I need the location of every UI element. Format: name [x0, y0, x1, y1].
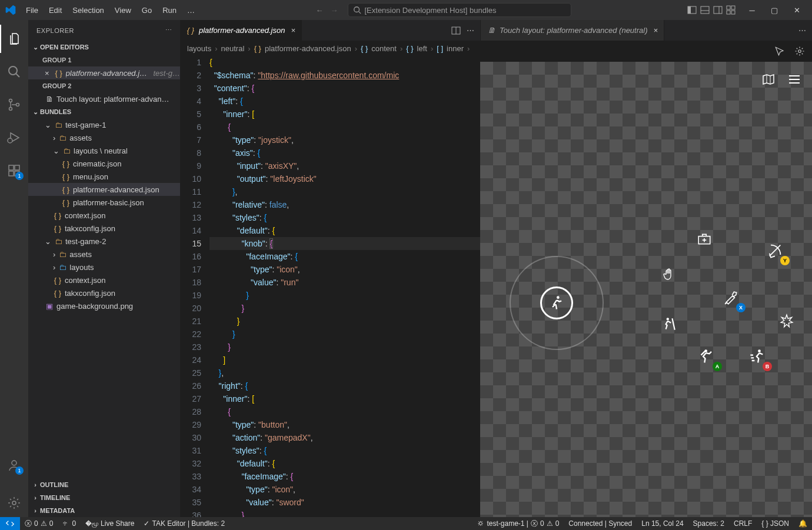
preview-canvas: Y X A B — [480, 62, 812, 517]
line-gutter: 1234567891011121314151617181920212223242… — [180, 56, 209, 517]
menu-run[interactable]: Run — [158, 4, 181, 17]
tab-preview[interactable]: 🗎 Touch layout: platformer-advanced (neu… — [481, 20, 664, 41]
status-connected[interactable]: Connected | Synced — [564, 519, 637, 529]
menu-selection[interactable]: Selection — [68, 4, 108, 17]
bundles-tree: ⌄🗀test-game-1 ›🗀assets ⌄🗀layouts \ neutr… — [28, 118, 180, 312]
open-editor-g1[interactable]: × { } platformer-advanced.json test-g… — [28, 66, 180, 79]
status-liveshare[interactable]: �மூLive Share — [81, 519, 139, 528]
code-content[interactable]: { "$schema": "https://raw.githubusercont… — [209, 56, 480, 517]
activity-scm[interactable] — [0, 91, 28, 119]
tree-file-plat-adv[interactable]: { }platformer-advanced.json — [28, 183, 180, 196]
touch-ability[interactable] — [774, 309, 799, 334]
activity-accounts[interactable]: 1 — [0, 451, 28, 479]
tree-file-cinematic[interactable]: { }cinematic.json — [28, 157, 180, 170]
touch-sword[interactable]: X — [718, 285, 743, 310]
activity-extensions[interactable]: 1 — [0, 156, 28, 185]
menu-file[interactable]: File — [21, 4, 43, 17]
section-timeline[interactable]: ›TIMELINE — [28, 491, 180, 504]
command-center[interactable]: [Extension Development Host] bundles — [348, 3, 571, 17]
menu-go[interactable]: Go — [137, 4, 157, 17]
tree-file-takx1[interactable]: { }takxconfig.json — [28, 222, 180, 235]
status-bell-icon[interactable]: 🔔 — [794, 519, 812, 529]
section-open-editors[interactable]: ⌄OPEN EDITORS — [28, 41, 180, 54]
json-icon: { } — [53, 224, 62, 233]
activity-explorer[interactable] — [0, 25, 28, 53]
toggle-sidebar-right-icon[interactable] — [713, 5, 723, 15]
settings-icon[interactable] — [794, 46, 805, 56]
svg-point-25 — [12, 501, 16, 505]
svg-rect-11 — [727, 11, 730, 14]
tree-file-bg[interactable]: ▣game-background.png — [28, 299, 180, 312]
nav-back-icon[interactable]: ← — [316, 6, 324, 15]
svg-point-38 — [758, 349, 761, 352]
activity-settings[interactable] — [0, 489, 28, 517]
toggle-panel-icon[interactable] — [700, 5, 710, 15]
status-lang[interactable]: { } JSON — [757, 519, 794, 529]
close-icon[interactable]: × — [291, 26, 295, 35]
tree-file-menu[interactable]: { }menu.json — [28, 170, 180, 183]
breadcrumb[interactable]: layouts› neutral› { }platformer-advanced… — [180, 41, 480, 56]
status-ports[interactable]: ᯤ0 — [58, 519, 81, 528]
sidebar-more-icon[interactable]: ⋯ — [165, 26, 172, 34]
split-editor-icon[interactable] — [451, 26, 461, 35]
hamburger-icon[interactable] — [787, 72, 801, 86]
activity-search[interactable] — [0, 58, 28, 86]
json-icon: { } — [61, 198, 71, 207]
code-editor[interactable]: layouts› neutral› { }platformer-advanced… — [180, 41, 480, 517]
close-icon[interactable]: × — [45, 69, 49, 78]
activity-debug[interactable] — [0, 124, 28, 152]
touch-dash[interactable]: B — [745, 344, 770, 369]
status-eol[interactable]: CRLF — [729, 519, 757, 529]
tab-json[interactable]: { } platformer-advanced.json × — [180, 20, 302, 41]
tab-more-icon[interactable]: ⋯ — [798, 26, 806, 35]
status-position[interactable]: Ln 15, Col 24 — [637, 519, 688, 529]
tree-folder-layouts[interactable]: ⌄🗀layouts \ neutral — [28, 144, 180, 157]
editor-area: { } platformer-advanced.json × ⋯ 🗎 Touch… — [180, 20, 812, 517]
joystick-knob[interactable] — [540, 286, 573, 319]
group-1-label: GROUP 1 — [28, 54, 180, 66]
liveshare-icon: �மூ — [85, 519, 98, 528]
status-game[interactable]: ⛭test-game-1 | ⓧ0 ⚠0 — [472, 519, 564, 529]
json-icon: { } — [186, 26, 195, 35]
tree-file-takx2[interactable]: { }takxconfig.json — [28, 286, 180, 299]
tree-folder-game1[interactable]: ⌄🗀test-game-1 — [28, 118, 180, 131]
menu-more[interactable]: … — [182, 4, 199, 17]
touch-hand[interactable] — [657, 262, 681, 286]
menu-view[interactable]: View — [110, 4, 136, 17]
inspect-icon[interactable] — [774, 46, 785, 56]
tree-file-plat-basic[interactable]: { }platformer-basic.json — [28, 196, 180, 209]
touch-bow[interactable]: Y — [763, 238, 787, 263]
tree-folder-assets[interactable]: ›🗀assets — [28, 131, 180, 144]
touch-climb[interactable] — [657, 312, 681, 336]
section-bundles[interactable]: ⌄BUNDLES — [28, 105, 180, 118]
tree-folder-assets2[interactable]: ›🗀assets — [28, 248, 180, 261]
nav-fwd-icon[interactable]: → — [331, 6, 338, 15]
customize-layout-icon[interactable] — [726, 5, 736, 15]
menu-edit[interactable]: Edit — [44, 4, 66, 17]
tree-file-context1[interactable]: { }context.json — [28, 209, 180, 222]
close-button[interactable]: ✕ — [786, 2, 807, 18]
group-2-label: GROUP 2 — [28, 79, 180, 92]
minimize-button[interactable]: ─ — [741, 2, 763, 18]
remote-indicator[interactable] — [0, 517, 20, 530]
status-problems[interactable]: ⓧ0 ⚠0 — [20, 519, 58, 529]
section-outline[interactable]: ›OUTLINE — [28, 478, 180, 491]
close-icon[interactable]: × — [653, 26, 658, 35]
status-spaces[interactable]: Spaces: 2 — [688, 519, 729, 529]
toggle-sidebar-left-icon[interactable] — [687, 5, 697, 15]
map-icon[interactable] — [761, 72, 776, 86]
tree-folder-layouts2[interactable]: ›🗀layouts — [28, 261, 180, 274]
touch-medkit[interactable] — [692, 226, 717, 251]
section-metadata[interactable]: ›METADATA — [28, 504, 180, 517]
open-editor-g2[interactable]: 🗎 Touch layout: platformer-advan… — [28, 92, 180, 105]
tree-folder-game2[interactable]: ⌄🗀test-game-2 — [28, 235, 180, 248]
accounts-badge: 1 — [15, 466, 24, 475]
run-icon — [548, 295, 565, 311]
touch-jump[interactable]: A — [695, 344, 720, 369]
check-icon: ✓ — [144, 519, 149, 528]
status-tak[interactable]: ✓TAK Editor | Bundles: 2 — [139, 519, 229, 528]
debug-icon — [7, 131, 21, 145]
tree-file-context2[interactable]: { }context.json — [28, 274, 180, 286]
tab-more-icon[interactable]: ⋯ — [467, 26, 474, 35]
maximize-button[interactable]: ▢ — [764, 2, 785, 18]
